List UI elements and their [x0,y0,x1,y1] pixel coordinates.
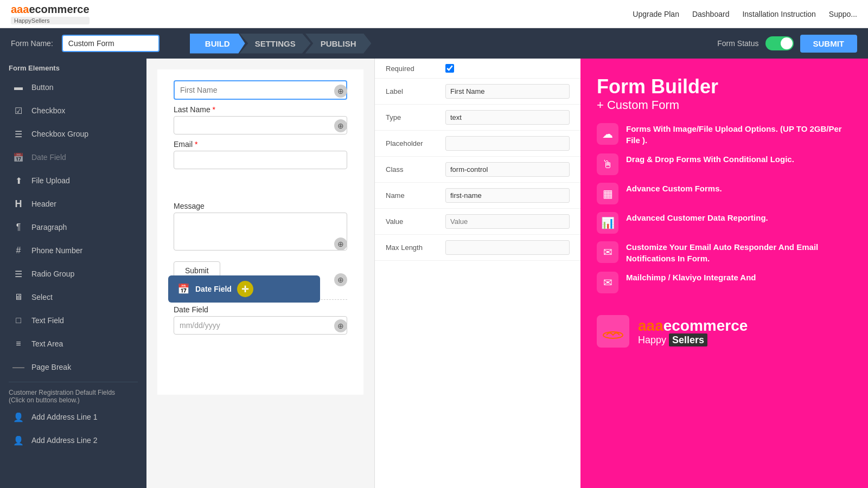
sidebar-label-select: Select [31,293,53,301]
value-input[interactable] [445,214,570,229]
first-name-input[interactable] [174,80,347,100]
submit-button[interactable]: SUBMIT [800,35,858,53]
promo-feature-text-2: Advance Custom Forms. [626,183,722,194]
sidebar-label-text-area: Text Area [31,339,63,348]
promo-icon-4: ✉ [597,241,618,263]
form-name-input[interactable] [62,35,159,52]
type-row: Type [375,105,580,131]
max-length-input[interactable] [445,240,570,255]
message-label: Message [174,202,347,210]
sidebar-item-button[interactable]: ▬ Button [3,76,143,99]
promo-panel: Form Builder + Custom Form ☁ Forms With … [580,59,868,488]
tab-build[interactable]: BUILD [190,34,245,54]
sidebar-label-phone-number: Phone Number [31,246,82,255]
checkbox-group-icon: ☰ [12,127,25,140]
date-input[interactable] [174,316,347,335]
class-input[interactable] [445,162,570,177]
label-input[interactable] [445,84,570,99]
field-first-name: ⊕ [174,80,347,100]
add-field-btn-message[interactable]: ⊕ [334,237,347,251]
promo-feature-text-5: Mailchimp / Klaviyo Integrate And [626,272,756,283]
type-input[interactable] [445,110,570,125]
type-label: Type [386,113,440,121]
date-field-label: Date Field [174,305,347,314]
sidebar-item-phone-number[interactable]: # Phone Number [3,239,143,262]
logo-area: aaaecommerce HappySellers [11,3,90,24]
sidebar-item-text-area[interactable]: ≡ Text Area [3,332,143,355]
nav-links: Upgrade Plan Dashboard Installation Inst… [633,10,857,18]
sidebar-item-header[interactable]: H Header [3,192,143,215]
placeholder-input[interactable] [445,136,570,151]
file-upload-icon: ⬆ [12,174,25,187]
promo-feature-4: ✉ Customize Your Email Auto Responder An… [597,241,852,264]
form-name-label: Form Name: [11,39,53,48]
nav-installation[interactable]: Installation Instruction [742,10,815,18]
sidebar-item-text-field[interactable]: □ Text Field [3,309,143,332]
add-address-2-icon: 👤 [12,434,25,447]
sidebar-item-select[interactable]: 🖥 Select [3,286,143,309]
sidebar-item-file-upload[interactable]: ⬆ File Upload [3,169,143,192]
drag-overlay[interactable]: 📅 Date Field ✛ [168,275,320,303]
tab-settings[interactable]: SETTINGS [240,34,311,54]
field-message: Message ⊕ [174,202,347,253]
value-row: Value [375,209,580,235]
required-checkbox[interactable] [445,64,454,73]
promo-features: ☁ Forms With Image/File Upload Options. … [597,123,852,293]
form-canvas: ⊕ Last Name * ⊕ Email * 📅 Date Fiel [157,69,363,395]
drag-label: Date Field [195,285,232,293]
field-last-name: Last Name * ⊕ [174,105,347,134]
sidebar-label-text-field: Text Field [31,316,64,325]
field-email: Email * [174,140,347,169]
sidebar-section-title: Form Elements [0,59,146,75]
sidebar-item-page-break[interactable]: — Page Break [3,356,143,378]
sidebar-label-button: Button [31,83,53,92]
required-row: Required [375,59,580,79]
sidebar-item-add-address-2[interactable]: 👤 Add Address Line 2 [3,429,143,452]
email-input[interactable] [174,151,347,169]
promo-feature-text-0: Forms With Image/File Upload Options. (U… [626,123,852,146]
promo-feature-1: 🖱 Drag & Drop Forms With Conditional Log… [597,153,852,175]
properties-panel: Required Label Type Placeholder Class Na… [374,59,580,488]
sidebar-label-file-upload: File Upload [31,176,70,185]
nav-upgrade[interactable]: Upgrade Plan [633,10,679,18]
sidebar-item-date-field[interactable]: 📅 Date Field [3,146,143,169]
page-break-icon: — [12,361,25,374]
checkbox-icon: ☑ [12,104,25,117]
promo-icon-2: ▦ [597,183,618,204]
main-content: Form Elements ▬ Button ☑ Checkbox ☰ Chec… [0,59,868,488]
add-field-btn-date[interactable]: ⊕ [334,319,347,332]
sidebar-label-add-address-1: Add Address Line 1 [31,413,97,421]
promo-icon-5: ✉ [597,272,618,293]
promo-icon-3: 📊 [597,212,618,234]
logo-text: aaaecommerce [11,3,90,16]
sidebar-item-checkbox[interactable]: ☑ Checkbox [3,99,143,122]
tab-publish[interactable]: PUBLISH [305,34,372,54]
add-field-btn-first-name[interactable]: ⊕ [334,85,347,98]
add-field-btn-submit[interactable]: ⊕ [334,273,347,286]
promo-icon-0: ☁ [597,123,618,145]
sidebar-label-checkbox: Checkbox [31,106,65,115]
tab-group: BUILD SETTINGS PUBLISH [190,34,366,54]
label-label: Label [386,87,440,95]
promo-feature-0: ☁ Forms With Image/File Upload Options. … [597,123,852,146]
toggle-knob [781,37,793,49]
promo-title: Form Builder + Custom Form [597,75,852,112]
sidebar-item-paragraph[interactable]: ¶ Paragraph [3,216,143,239]
last-name-input[interactable] [174,116,347,134]
nav-support[interactable]: Suppo... [829,10,857,18]
promo-feature-text-1: Drag & Drop Forms With Conditional Logic… [626,153,794,165]
sidebar-item-radio-group[interactable]: ☰ Radio Group [3,262,143,285]
sidebar-item-checkbox-group[interactable]: ☰ Checkbox Group [3,123,143,145]
nav-dashboard[interactable]: Dashboard [692,10,730,18]
required-label: Required [386,65,440,73]
add-field-btn-last-name[interactable]: ⊕ [334,119,347,132]
name-input[interactable] [445,188,570,203]
message-textarea[interactable] [174,213,347,251]
promo-logo-area: aaaecommerce Happy Sellers [597,315,852,348]
form-status-toggle[interactable] [765,36,794,50]
phone-number-icon: # [12,244,25,257]
top-navigation: aaaecommerce HappySellers Upgrade Plan D… [0,0,868,28]
sidebar-item-add-address-1[interactable]: 👤 Add Address Line 1 [3,406,143,428]
placeholder-label: Placeholder [386,139,440,147]
promo-icon-1: 🖱 [597,153,618,175]
